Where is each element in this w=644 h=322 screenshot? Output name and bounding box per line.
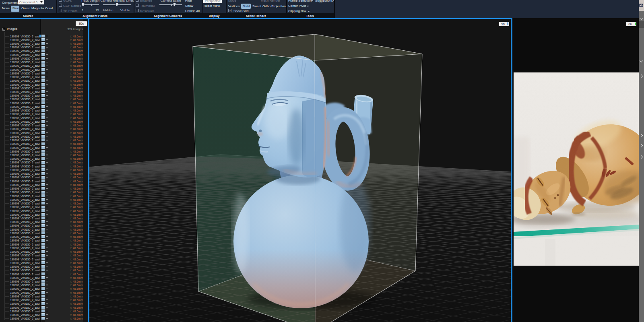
svg-text:3D: 3D <box>501 23 505 26</box>
